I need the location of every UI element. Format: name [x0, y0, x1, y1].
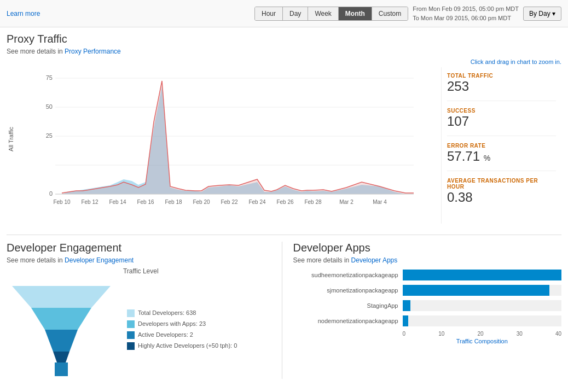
- bar-label-3: nodemonetizationpackageapp: [293, 318, 403, 324]
- developer-engagement-section: Developer Engagement See more details in…: [7, 242, 282, 379]
- bar-label-1: sjmonetizationpackageapp: [293, 287, 403, 294]
- error-rate-value: 57.71 %: [447, 149, 556, 164]
- bar-track-3: [403, 315, 562, 326]
- bar-track-1: [403, 285, 562, 296]
- svg-text:0: 0: [49, 190, 53, 197]
- svg-text:Feb 10: Feb 10: [53, 199, 71, 205]
- header-controls: Hour Day Week Month Custom From Mon Feb …: [254, 4, 561, 22]
- svg-text:Feb 20: Feb 20: [193, 199, 210, 205]
- bar-row-2: StagingApp: [293, 300, 562, 311]
- funnel-level-2: [31, 308, 91, 330]
- legend-color-3: [127, 342, 135, 350]
- bottom-sections: Developer Engagement See more details in…: [7, 235, 561, 379]
- legend-text-0: Total Developers: 638: [138, 308, 196, 319]
- dev-apps-link[interactable]: Developer Apps: [351, 256, 398, 264]
- x-tick-0: 0: [403, 331, 406, 337]
- legend-text-1: Developers with Apps: 23: [138, 319, 206, 330]
- bar-fill-1: [403, 285, 550, 296]
- funnel-area: Total Developers: 638 Developers with Ap…: [7, 280, 275, 379]
- x-tick-1: 10: [438, 331, 444, 337]
- x-tick-3: 30: [517, 331, 523, 337]
- bar-fill-3: [403, 315, 409, 326]
- header: Learn more Hour Day Week Month Custom Fr…: [0, 0, 568, 27]
- zoom-hint: Click and drag in chart to zoom in.: [7, 58, 561, 65]
- week-button[interactable]: Week: [308, 7, 338, 20]
- day-button[interactable]: Day: [283, 7, 308, 20]
- svg-text:Feb 14: Feb 14: [109, 199, 126, 205]
- chart-inner[interactable]: 75 50 25 0 Feb 10 Feb 12 Feb 14 Feb 16 F…: [18, 67, 432, 211]
- avg-label: AVERAGE TRANSACTIONS PER HOUR: [447, 178, 556, 190]
- bar-label-2: StagingApp: [293, 302, 403, 309]
- dev-apps-subtitle-prefix: See more details in: [293, 256, 351, 264]
- svg-text:Feb 24: Feb 24: [248, 199, 266, 205]
- funnel-chart: [7, 280, 116, 379]
- success-label: SUCCESS: [447, 108, 556, 114]
- chart-container: All Traffic 75 50 25 0: [7, 67, 561, 224]
- svg-text:Mar 2: Mar 2: [339, 199, 353, 205]
- bar-x-label: Traffic Composition: [403, 338, 562, 344]
- funnel-level-4: [53, 352, 69, 362]
- hour-button[interactable]: Hour: [255, 7, 283, 20]
- svg-text:25: 25: [46, 132, 53, 139]
- chart-svg-area: All Traffic 75 50 25 0: [7, 67, 432, 211]
- month-button[interactable]: Month: [339, 7, 372, 20]
- legend-color-0: [127, 309, 135, 317]
- error-rate-stat: ERROR RATE 57.71 %: [447, 143, 556, 171]
- legend-color-2: [127, 331, 135, 339]
- date-range-line1: From Mon Feb 09 2015, 05:00 pm MDT: [413, 4, 519, 14]
- main-content: Proxy Traffic See more details in Proxy …: [0, 27, 568, 384]
- error-rate-unit: %: [484, 154, 490, 162]
- svg-text:75: 75: [46, 74, 53, 81]
- svg-text:Feb 22: Feb 22: [221, 199, 238, 205]
- legend-text-3: Highly Active Developers (+50 tph): 0: [138, 341, 237, 352]
- traffic-line-chart[interactable]: 75 50 25 0 Feb 10 Feb 12 Feb 14 Feb 16 F…: [18, 67, 432, 209]
- bar-row-0: sudheemonetizationpackageapp: [293, 270, 562, 280]
- x-tick-2: 20: [477, 331, 483, 337]
- legend-item-1: Developers with Apps: 23: [127, 319, 237, 330]
- developer-apps-section: Developer Apps See more details in Devel…: [282, 242, 562, 379]
- proxy-performance-link[interactable]: Proxy Performance: [65, 48, 121, 55]
- success-value: 107: [447, 114, 556, 129]
- error-rate-label: ERROR RATE: [447, 143, 556, 149]
- x-tick-4: 40: [555, 331, 561, 337]
- funnel-level-3: [45, 330, 78, 352]
- custom-button[interactable]: Custom: [372, 7, 408, 20]
- svg-text:Feb 16: Feb 16: [137, 199, 154, 205]
- success-stat: SUCCESS 107: [447, 108, 556, 136]
- svg-text:Feb 26: Feb 26: [276, 199, 294, 205]
- proxy-traffic-subtitle: See more details in Proxy Performance: [7, 48, 561, 55]
- total-traffic-label: TOTAL TRAFFIC: [447, 73, 556, 79]
- legend-item-3: Highly Active Developers (+50 tph): 0: [127, 341, 237, 352]
- date-range-line2: To Mon Mar 09 2015, 06:00 pm MDT: [413, 14, 519, 23]
- bar-fill-0: [403, 270, 562, 280]
- learn-more-link[interactable]: Learn more: [7, 10, 40, 17]
- svg-text:Feb 28: Feb 28: [304, 199, 322, 205]
- dev-apps-subtitle: See more details in Developer Apps: [293, 256, 562, 264]
- svg-text:Feb 18: Feb 18: [165, 199, 182, 205]
- avg-value: 0.38: [447, 190, 556, 205]
- dev-engagement-link[interactable]: Developer Engagement: [65, 256, 134, 264]
- bar-x-axis: 0 10 20 30 40: [403, 331, 562, 337]
- dev-engagement-subtitle: See more details in Developer Engagement: [7, 256, 275, 264]
- bar-fill-2: [403, 300, 411, 311]
- by-day-button[interactable]: By Day ▾: [523, 7, 561, 21]
- y-axis-label: All Traffic: [7, 67, 15, 211]
- svg-text:50: 50: [46, 103, 53, 110]
- funnel-legend: Total Developers: 638 Developers with Ap…: [127, 308, 237, 351]
- svg-marker-22: [62, 81, 414, 194]
- proxy-traffic-subtitle-prefix: See more details in: [7, 48, 65, 55]
- proxy-traffic-title: Proxy Traffic: [7, 33, 561, 45]
- stats-panel: TOTAL TRAFFIC 253 SUCCESS 107 ERROR RATE…: [441, 67, 561, 224]
- svg-text:Feb 12: Feb 12: [81, 199, 98, 205]
- legend-text-2: Active Developers: 2: [138, 330, 193, 341]
- bar-x-label-text: Traffic Composition: [456, 338, 508, 344]
- funnel-level-1: [12, 286, 111, 308]
- time-button-group: Hour Day Week Month Custom: [254, 7, 408, 21]
- bar-track-0: [403, 270, 562, 280]
- total-traffic-stat: TOTAL TRAFFIC 253: [447, 73, 556, 101]
- traffic-level-label: Traffic Level: [7, 267, 275, 275]
- funnel-stem: [55, 362, 68, 376]
- bar-row-3: nodemonetizationpackageapp: [293, 315, 562, 326]
- avg-stat: AVERAGE TRANSACTIONS PER HOUR 0.38: [447, 178, 556, 212]
- svg-text:Mar 4: Mar 4: [373, 199, 387, 205]
